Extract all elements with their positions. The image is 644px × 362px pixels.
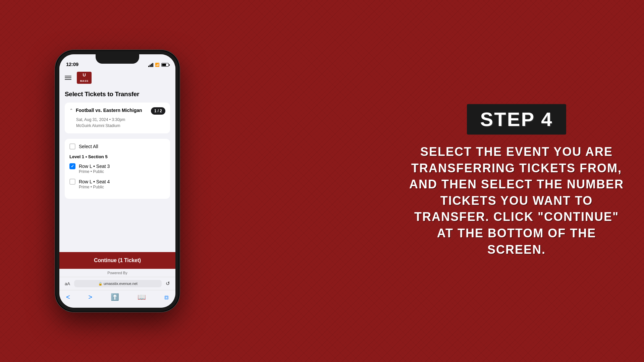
forward-button[interactable]: > (89, 293, 93, 301)
url-text: umasstix.evenue.net (104, 282, 138, 286)
hamburger-menu-button[interactable] (65, 76, 71, 80)
ticket-1-seat: Row L • Seat 3 (79, 163, 165, 169)
event-details: Sat, Aug 31, 2024 • 3:30pm McGuirk Alumn… (69, 117, 165, 129)
bottom-nav: < > ⬆️ 📖 ⧈ (59, 290, 175, 308)
select-all-row[interactable]: Select All (69, 143, 165, 149)
page-title: Select Tickets to Transfer (65, 90, 170, 98)
app-content: Select Tickets to Transfer ⌃ Football vs… (59, 86, 175, 252)
step-badge: STEP 4 (467, 104, 567, 134)
status-icons: 📶 (148, 63, 169, 67)
share-button[interactable]: ⬆️ (111, 293, 119, 301)
powered-by-label: Powered By (59, 269, 175, 277)
back-button[interactable]: < (66, 293, 70, 301)
section-label: Level 1 • Section 5 (69, 154, 165, 159)
bookmarks-button[interactable]: 📖 (138, 293, 146, 301)
select-all-checkbox[interactable] (69, 143, 75, 149)
signal-icon (148, 63, 153, 67)
text-size-button[interactable]: aA (65, 281, 70, 286)
umass-logo: U MASS (77, 72, 92, 84)
ticket-1-checkbox[interactable] (69, 163, 75, 169)
event-date: Sat, Aug 31, 2024 • (76, 117, 111, 122)
ticket-2-seat: Row L • Seat 4 (79, 179, 165, 185)
step-label: STEP 4 (480, 108, 553, 130)
phone-notch (96, 54, 139, 64)
instruction-description: SELECT THE EVENT YOU ARE TRANSFERRING TI… (409, 144, 624, 258)
browser-bar: aA 🔒 umasstix.evenue.net ↺ (59, 277, 175, 290)
chevron-down-icon: ⌃ (69, 108, 73, 113)
ticket-count-badge: 1 / 2 (151, 107, 165, 115)
select-all-label: Select All (79, 144, 98, 149)
tabs-button[interactable]: ⧈ (164, 293, 169, 301)
wifi-icon: 📶 (155, 63, 160, 67)
event-title: Football vs. Eastern Michigan (76, 107, 148, 113)
refresh-icon[interactable]: ↺ (166, 281, 170, 287)
phone-mockup: 12:09 📶 (55, 50, 179, 312)
ticket-2-info: Row L • Seat 4 Prime • Public (79, 179, 165, 189)
event-venue: McGuirk Alumni Stadium (76, 123, 120, 128)
phone-screen: 12:09 📶 (59, 54, 175, 308)
url-bar[interactable]: 🔒 umasstix.evenue.net (74, 280, 162, 287)
status-time: 12:09 (66, 61, 78, 67)
continue-button[interactable]: Continue (1 Ticket) (59, 252, 175, 269)
event-time: 3:30pm (112, 117, 125, 122)
instruction-panel: STEP 4 SELECT THE EVENT YOU ARE TRANSFER… (389, 90, 644, 271)
ticket-2-checkbox[interactable] (69, 179, 75, 185)
ticket-1-type: Prime • Public (79, 169, 165, 174)
lock-icon: 🔒 (98, 282, 102, 286)
app-nav-bar: U MASS (59, 69, 175, 86)
ticket-1-info: Row L • Seat 3 Prime • Public (79, 163, 165, 174)
event-card[interactable]: ⌃ Football vs. Eastern Michigan 1 / 2 Sa… (65, 103, 170, 133)
ticket-2-type: Prime • Public (79, 185, 165, 189)
ticket-row-2[interactable]: Row L • Seat 4 Prime • Public (69, 179, 165, 189)
seat-selection-card: Select All Level 1 • Section 5 Row L • S… (65, 139, 170, 199)
ticket-row-1[interactable]: Row L • Seat 3 Prime • Public (69, 163, 165, 174)
phone-frame: 12:09 📶 (55, 50, 179, 312)
battery-icon (161, 63, 169, 67)
